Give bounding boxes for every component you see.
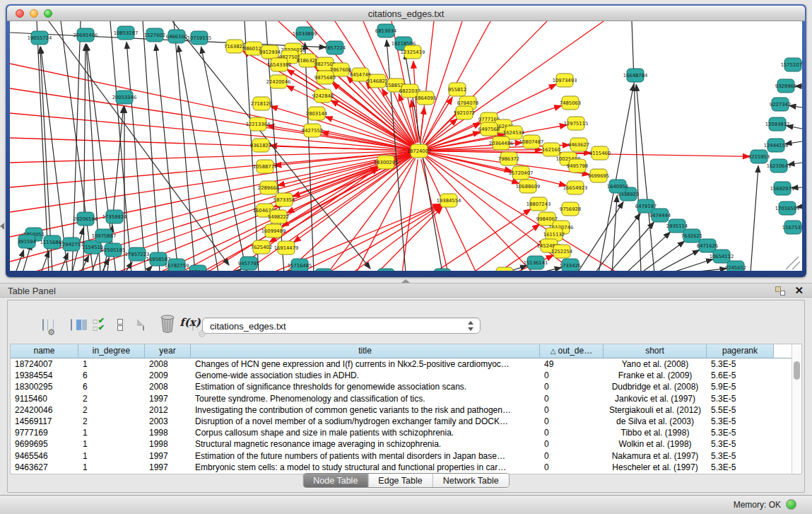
cell-name: 18300295 (11, 381, 78, 392)
cell-pagerank: 5.3E-5 (707, 450, 774, 462)
cell-short: Stergiakouli et al. (2012) (604, 404, 707, 416)
graph-node-label: 16210643 (767, 163, 792, 169)
graph-node-label: 18300295 (374, 160, 399, 165)
table-panel-body: ⚙ ✔✔ (7, 300, 805, 493)
table-row[interactable]: 911546021997Tourette syndrome. Phenomeno… (11, 393, 792, 404)
scrollbar-thumb[interactable] (794, 361, 800, 380)
network-canvas[interactable]: 1905572420691406108532871527602646616010… (10, 21, 802, 271)
graph-node-label: 16543382 (267, 62, 292, 68)
delete-table-icon[interactable] (158, 315, 177, 334)
column-checklist-icon[interactable]: ✔✔ (88, 315, 108, 334)
table-row[interactable]: 1938455462009Genome-wide association stu… (11, 370, 792, 381)
tab-edge-table[interactable]: Edge Table (368, 474, 433, 487)
cell-in_degree: 1 (78, 462, 145, 473)
red-edge (423, 158, 476, 271)
cell-in_degree: 1 (78, 358, 145, 370)
graph-node-label: 16958187 (146, 257, 171, 262)
table-selector[interactable]: citations_edges.txt (202, 317, 481, 334)
table-row[interactable]: 946554611997Estimation of the future num… (11, 450, 792, 462)
vertical-scrollbar[interactable] (792, 344, 801, 474)
table-row[interactable]: 2242004622012Investigating the contribut… (11, 404, 792, 416)
cell-title: Investigating the contribution of common… (191, 404, 540, 416)
graph-node-label: 6466160 (166, 34, 187, 40)
cell-title: Changes of HCN gene expression and I(f) … (191, 358, 540, 370)
graph-node-label: 22420046 (266, 79, 291, 85)
column-chooser-icon[interactable] (61, 315, 81, 334)
graph-node-label: 10688609 (516, 184, 541, 189)
table-row[interactable]: 1456911722003Disruption of a novel membe… (11, 416, 792, 427)
tab-node-table[interactable]: Node Table (303, 474, 368, 487)
node-table: namein_degreeyeartitle△out_de…shortpager… (10, 344, 802, 474)
graph-node-label: 18807243 (526, 201, 551, 207)
graph-node-label: 12444158 (764, 143, 789, 148)
memory-ok-led[interactable] (786, 499, 796, 510)
rows-icon[interactable] (110, 315, 130, 334)
column-header-title[interactable]: title (191, 344, 540, 358)
sort-ascending-icon: △ (551, 347, 556, 355)
cell-in_degree: 2 (78, 404, 145, 416)
graph-node-label: 1864093 (415, 95, 436, 101)
tab-network-table[interactable]: Network Table (433, 474, 509, 487)
graph-node-label: 15751074 (781, 62, 802, 68)
table-row[interactable]: 946362711997Embryonic stem cells: a mode… (11, 462, 792, 473)
graph-node-label: 16782759 (165, 263, 189, 269)
cell-name: 9115460 (11, 393, 78, 404)
collapse-arrow-icon[interactable] (0, 223, 4, 230)
graph-node-label: 2935114 (666, 223, 688, 229)
graph-node[interactable] (496, 267, 513, 271)
column-header-in_degree[interactable]: in_degree (78, 344, 145, 358)
table-row[interactable]: 969969511998Structural magnetic resonanc… (11, 438, 792, 450)
cell-short: Franke et al. (2009) (604, 370, 707, 381)
function-builder-icon[interactable]: f(x) (177, 313, 203, 332)
table-row[interactable]: 1830029562008Estimation of significance … (11, 381, 792, 392)
network-window-titlebar[interactable]: citations_edges.txt (7, 6, 805, 21)
new-table-icon[interactable] (134, 315, 153, 334)
black-edge (305, 42, 314, 271)
cell-in_degree: 1 (78, 427, 145, 438)
graph-node-label: 6497568 (478, 127, 500, 132)
cell-name: 14569117 (11, 416, 78, 427)
graph-node-label: 19055724 (28, 35, 52, 41)
graph-node[interactable] (315, 269, 332, 271)
cell-title: Disruption of a novel member of a sodium… (191, 416, 540, 427)
cell-out_degree: 0 (540, 416, 604, 427)
red-edge (300, 204, 440, 271)
graph-node-label: 2803144 (306, 111, 327, 117)
graph-node-label: 6813034 (375, 28, 396, 34)
table-row[interactable]: 977716911998Corpus callosum shape and si… (11, 427, 792, 438)
column-header-name[interactable]: name (11, 344, 78, 358)
graph-node-label: 16033809 (293, 31, 317, 37)
cell-year: 2012 (145, 404, 191, 416)
cell-in_degree: 2 (78, 393, 145, 404)
graph-node[interactable] (377, 269, 394, 271)
table-tabs-row: Node TableEdge TableNetwork Table (8, 473, 804, 490)
graph-node-label: 1921072 (454, 110, 475, 116)
float-window-icon[interactable] (775, 286, 785, 296)
column-header-year[interactable]: year (145, 344, 191, 358)
cell-short: Wolkin et al. (1998) (604, 438, 707, 450)
cell-year: 1998 (145, 427, 191, 438)
graph-node-label: 15136141 (524, 260, 548, 266)
table-settings-icon[interactable]: ⚙ (33, 315, 53, 334)
graph-node[interactable] (434, 269, 451, 271)
close-panel-icon[interactable]: ✕ (794, 284, 804, 297)
graph-node-label: 9329966 (775, 83, 796, 89)
graph-node-label: 16648784 (623, 73, 648, 78)
cell-title: Corpus callosum shape and size in male p… (191, 427, 540, 438)
network-graph[interactable]: 1905572420691406108532871527602646616010… (10, 21, 802, 271)
cell-out_degree: 0 (540, 427, 604, 438)
cell-out_degree: 0 (540, 381, 604, 392)
cell-year: 2009 (145, 370, 191, 381)
table-panel-titlebar: Table Panel ✕ (0, 283, 812, 298)
window-title: citations_edges.txt (7, 8, 805, 19)
cell-in_degree: 1 (78, 450, 145, 462)
column-header-out_degree[interactable]: △out_de… (540, 344, 604, 358)
graph-node-label: 7632621 (681, 233, 702, 239)
red-edge (353, 206, 442, 271)
column-header-short[interactable]: short (604, 344, 707, 358)
graph-node-label: 18724007 (407, 148, 432, 154)
graph-node-label: 1733426 (560, 263, 581, 269)
resize-grip-icon[interactable] (786, 257, 800, 269)
column-header-pagerank[interactable]: pagerank (707, 344, 774, 358)
table-row[interactable]: 1872400712008Changes of HCN gene express… (11, 358, 792, 370)
